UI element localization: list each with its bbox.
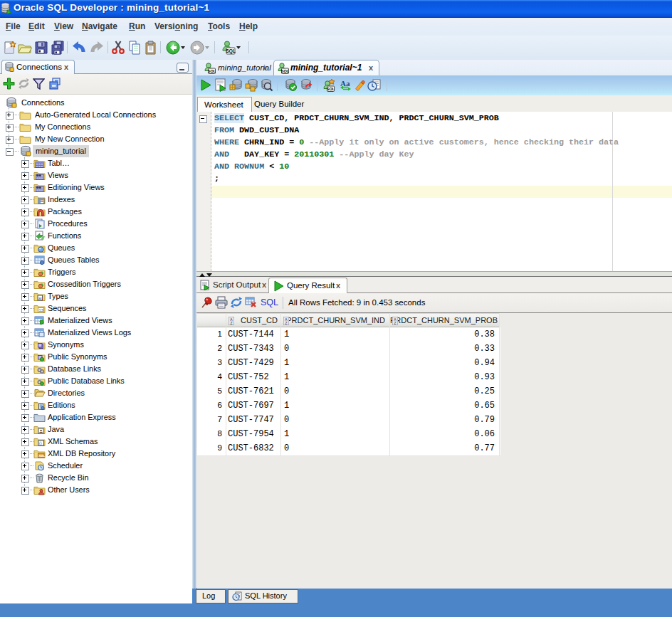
svg-text:〈〉: 〈〉 [39,441,42,445]
svg-text:3: 3 [41,297,43,301]
svg-text:13: 13 [39,308,43,312]
svg-text:SQL: SQL [226,48,235,54]
svg-text:Aa: Aa [340,79,350,88]
svg-text:XML: XML [38,454,45,458]
